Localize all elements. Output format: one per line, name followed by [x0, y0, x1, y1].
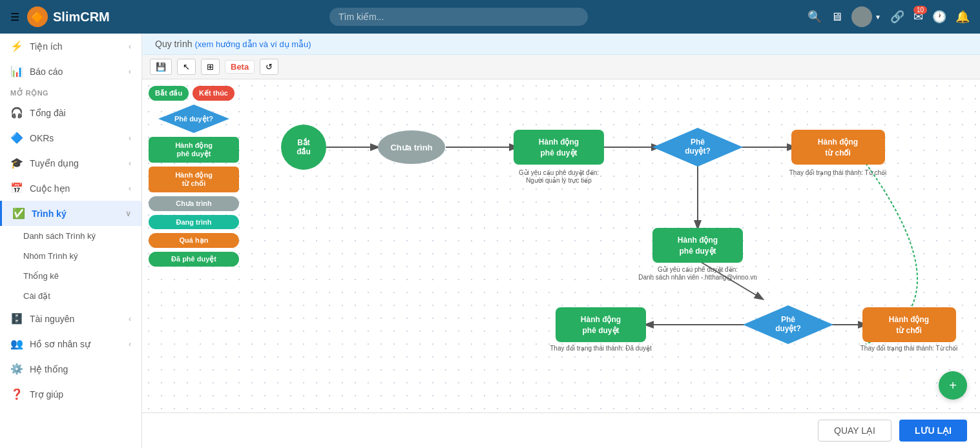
node-hd1-rect: [514, 130, 604, 165]
notification-badge: 10: [913, 6, 927, 14]
node-hd3-rect: [556, 307, 646, 342]
sidebar-label-trinh-ky: Trình ký: [32, 209, 67, 219]
legend-row-1: Bắt đầu Kết thúc: [149, 86, 239, 101]
sidebar-item-okrs[interactable]: 🔷 OKRs ‹: [0, 125, 141, 150]
node-hd2-text2: phê duyệt: [680, 247, 716, 256]
section-label-mo-rong: MỞ RỘNG: [0, 84, 141, 100]
sidebar-item-trinh-ky[interactable]: ✅ Trình ký ∨: [0, 201, 141, 226]
sidebar-item-tuyen-dung[interactable]: 🎓 Tuyển dụng ‹: [0, 150, 141, 176]
node-pd1-text1: Phê: [691, 137, 705, 147]
main-layout: ⚡ Tiện ích ‹ 📊 Báo cáo ‹ MỞ RỘNG 🎧 Tổng …: [0, 34, 980, 448]
legend-panel: Bắt đầu Kết thúc Phê duyệt? Hành độngphê…: [149, 86, 239, 267]
tong-dai-icon: 🎧: [10, 107, 23, 119]
menu-icon[interactable]: ☰: [10, 11, 19, 23]
connector-tool-button[interactable]: ⊞: [201, 59, 220, 75]
breadcrumb-link[interactable]: (xem hướng dẫn và ví dụ mẫu): [194, 39, 311, 49]
bell-icon[interactable]: 🔔: [955, 10, 970, 24]
search-input[interactable]: [329, 8, 588, 26]
sidebar-item-bao-cao[interactable]: 📊 Báo cáo ‹: [0, 59, 141, 84]
trinh-ky-arrow: ∨: [125, 209, 131, 218]
workflow-toolbar: 💾 ↖ ⊞ Beta ↺: [142, 55, 980, 79]
legend-da-phe-duyet: Đã phê duyệt: [149, 252, 239, 267]
okrs-icon: 🔷: [10, 132, 23, 144]
sidebar-item-tai-nguyen[interactable]: 🗄️ Tài nguyên ‹: [0, 306, 141, 331]
node-hd1-sub1: Gửi yêu cầu phê duyệt đến:: [519, 169, 599, 176]
quay-lai-button[interactable]: QUAY LẠI: [818, 420, 891, 442]
node-chua-trinh-text: Chưa trình: [390, 143, 432, 152]
he-thong-icon: ⚙️: [10, 363, 23, 375]
subitem-danh-sach[interactable]: Danh sách Trình ký: [0, 226, 141, 246]
undo-button[interactable]: ↺: [260, 59, 278, 75]
screen-icon[interactable]: 🖥: [831, 10, 842, 24]
node-tc2-rect: [862, 307, 956, 342]
logo-text: SlimCRM: [53, 10, 110, 25]
content-header: Quy trình (xem hướng dẫn và ví dụ mẫu): [142, 34, 980, 55]
subitem-cai-dat[interactable]: Cài đặt: [0, 286, 141, 306]
avatar[interactable]: ▼: [851, 6, 881, 27]
node-hd3-sub1: Thay đổi trạng thái thành: Đã duyệt: [550, 345, 652, 352]
sidebar-label-ho-so: Hồ sơ nhân sự: [30, 339, 90, 349]
legend-chua-trinh: Chưa trình: [149, 196, 239, 211]
node-tc1-text2: từ chối: [825, 148, 851, 158]
share-icon[interactable]: 🔗: [890, 10, 904, 24]
tien-ich-arrow: ‹: [129, 42, 131, 51]
node-tc2-text1: Hành động: [889, 315, 929, 324]
sidebar-label-okrs: OKRs: [30, 133, 54, 143]
legend-dang-trinh: Đang trình: [149, 215, 239, 229]
sidebar-item-tong-dai[interactable]: 🎧 Tổng đài: [0, 100, 141, 125]
legend-qua-han: Quá hạn: [149, 233, 239, 248]
workflow-container: 💾 ↖ ⊞ Beta ↺ Bắt đầu Kết thúc Phê duy: [142, 55, 980, 412]
add-node-button[interactable]: +: [939, 371, 967, 400]
node-tc2-text2: từ chối: [896, 326, 922, 335]
notifications-icon[interactable]: ✉ 10: [913, 10, 923, 24]
node-pd1-text2: duyệt?: [685, 147, 711, 156]
node-pd2-text1: Phê: [781, 315, 795, 324]
workflow-canvas[interactable]: Bắt đầu Kết thúc Phê duyệt? Hành độngphê…: [142, 79, 980, 412]
ho-so-icon: 👥: [10, 338, 23, 350]
sidebar-label-tuyen-dung: Tuyển dụng: [30, 158, 79, 168]
sidebar-item-he-thong[interactable]: ⚙️ Hệ thống: [0, 356, 141, 382]
tuyen-dung-icon: 🎓: [10, 157, 23, 169]
node-tc1-rect: [791, 130, 885, 165]
avatar-dropdown-icon: ▼: [875, 14, 881, 21]
beta-label: Beta: [231, 62, 249, 72]
footer-bar: QUAY LẠI LƯU LẠI: [142, 412, 980, 448]
clock-icon[interactable]: 🕐: [932, 10, 946, 24]
sidebar-label-cuoc-hen: Cuộc hẹn: [30, 183, 70, 194]
node-hd1-text2: phê duyệt: [541, 148, 578, 158]
select-tool-button[interactable]: ↖: [177, 59, 196, 75]
node-hd2-sub2: Danh sách nhân viên - htthang@vinno.vn: [638, 274, 757, 281]
sidebar-item-tro-giup[interactable]: ❓ Trợ giúp: [0, 382, 141, 407]
tuyen-dung-arrow: ‹: [129, 159, 131, 168]
node-pd2-text2: duyệt?: [775, 324, 801, 333]
node-hd2-sub1: Gửi yêu cầu phê duyệt đến:: [658, 266, 738, 273]
breadcrumb-label: Quy trình: [155, 39, 193, 49]
subitem-thong-ke[interactable]: Thống kê: [0, 266, 141, 286]
legend-start: Bắt đầu: [149, 86, 189, 101]
sidebar-label-tong-dai: Tổng đài: [30, 108, 66, 118]
tien-ich-icon: ⚡: [10, 40, 23, 52]
sidebar: ⚡ Tiện ích ‹ 📊 Báo cáo ‹ MỞ RỘNG 🎧 Tổng …: [0, 34, 142, 448]
sidebar-item-ho-so[interactable]: 👥 Hồ sơ nhân sự ‹: [0, 331, 141, 356]
sidebar-item-cuoc-hen[interactable]: 📅 Cuộc hẹn ‹: [0, 176, 141, 201]
sidebar-item-tien-ich[interactable]: ⚡ Tiện ích ‹: [0, 34, 141, 59]
tai-nguyen-icon: 🗄️: [10, 312, 23, 325]
node-tc1-sub1: Thay đổi trạng thái thành: Từ chối: [789, 169, 887, 176]
node-tc2-sub1: Thay đổi trạng thái thành: Từ chối: [860, 345, 958, 352]
bao-cao-arrow: ‹: [129, 67, 131, 76]
node-tc1-text1: Hành động: [818, 137, 858, 147]
node-hd1-sub2: Người quản lý trực tiếp: [526, 177, 592, 184]
legend-end: Kết thúc: [193, 86, 235, 101]
save-tool-button[interactable]: 💾: [150, 59, 172, 75]
luu-lai-button[interactable]: LƯU LẠI: [899, 420, 967, 442]
subitem-nhom[interactable]: Nhóm Trình ký: [0, 246, 141, 266]
node-start-text2: đầu: [297, 147, 311, 156]
workflow-svg: Bắt đầu Chưa trình Hành động phê duyệt G…: [258, 79, 974, 412]
search-icon[interactable]: 🔍: [808, 10, 822, 24]
legend-action-reject: Hành độngtừ chối: [149, 167, 239, 192]
legend-diamond: Phê duyệt?: [158, 105, 229, 133]
sidebar-label-tien-ich: Tiện ích: [30, 41, 63, 52]
legend-diamond-row: Phê duyệt?: [149, 105, 239, 133]
tro-giup-icon: ❓: [10, 388, 23, 400]
node-start-text1: Bắt: [297, 137, 310, 147]
